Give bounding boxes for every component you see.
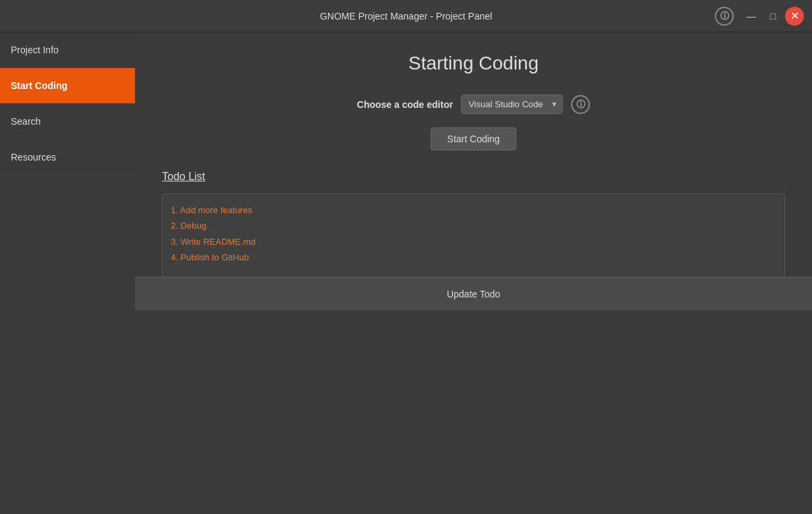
window-title: GNOME Project Manager - Project Panel	[320, 11, 492, 22]
info-icon-titlebar[interactable]: ⓘ	[715, 7, 734, 26]
todo-title: Todo List	[162, 171, 785, 183]
sidebar: Project Info Start Coding Search Resourc…	[0, 32, 135, 514]
minimize-button[interactable]: —	[742, 7, 761, 26]
start-coding-button[interactable]: Start Coding	[431, 127, 517, 150]
editor-dropdown[interactable]: Visual Studio Code Sublime Text Atom Vim…	[461, 94, 563, 114]
editor-select-wrapper: Visual Studio Code Sublime Text Atom Vim…	[461, 94, 563, 114]
editor-info-icon[interactable]: ⓘ	[571, 95, 590, 114]
sidebar-item-project-info[interactable]: Project Info	[0, 32, 135, 68]
bottom-space	[135, 310, 812, 514]
content-area: Starting Coding Choose a code editor Vis…	[135, 32, 812, 514]
todo-section: Todo List 1. Add more features 2. Debug …	[162, 171, 785, 277]
list-item: 3. Write README.md	[171, 234, 776, 250]
list-item: 2. Debug	[171, 218, 776, 233]
list-item: 4. Publish to GitHub	[171, 250, 776, 265]
footer-area: Update Todo	[135, 277, 812, 310]
sidebar-item-start-coding[interactable]: Start Coding	[0, 68, 135, 104]
sidebar-item-resources[interactable]: Resources	[0, 140, 135, 175]
content-inner: Starting Coding Choose a code editor Vis…	[135, 32, 812, 277]
sidebar-item-search[interactable]: Search	[0, 104, 135, 140]
maximize-button[interactable]: □	[763, 7, 782, 26]
main-layout: Project Info Start Coding Search Resourc…	[0, 32, 812, 514]
update-todo-button[interactable]: Update Todo	[135, 277, 812, 310]
page-title: Starting Coding	[162, 53, 785, 74]
editor-selection-row: Choose a code editor Visual Studio Code …	[162, 94, 785, 114]
todo-list-area: 1. Add more features 2. Debug 3. Write R…	[162, 194, 785, 277]
list-item: 1. Add more features	[171, 202, 776, 218]
window-controls: ⓘ — □ ✕	[715, 7, 804, 26]
editor-label: Choose a code editor	[357, 99, 453, 110]
title-bar: GNOME Project Manager - Project Panel ⓘ …	[0, 0, 812, 32]
close-button[interactable]: ✕	[785, 7, 804, 26]
